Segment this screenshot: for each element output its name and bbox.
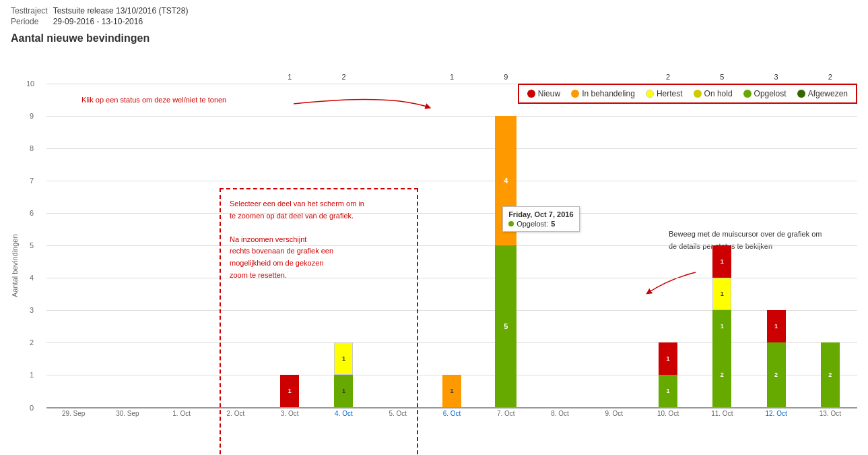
bar-stack-10oct: 1 1 [659, 342, 677, 407]
x-label-29sep: 29. Sep [46, 407, 100, 427]
bar-opgelost2-11oct: 2 [712, 342, 731, 407]
x-label-11oct: 11. Oct [695, 407, 749, 427]
tooltip-item: Opgelost: 5 [508, 220, 573, 228]
bar-9oct [587, 84, 641, 407]
legend-dot-inbehandeling [571, 90, 579, 98]
bar-stack-12oct: 1 2 [767, 310, 786, 407]
x-axis: 29. Sep 30. Sep 1. Oct 2. Oct 3. Oct 4. … [46, 407, 857, 427]
grid-area: 10 9 8 7 6 5 [46, 84, 857, 407]
help-text-zoom: Selecteer een deel van het scherm om in … [230, 198, 364, 281]
page-title: Aantal nieuwe bevindingen [0, 30, 868, 50]
bar-1oct [155, 84, 209, 407]
bar-29sep [46, 84, 100, 407]
legend-afgewezen[interactable]: Afgewezen [797, 89, 848, 98]
legend-dot-opgelost [743, 90, 752, 98]
bar-12oct: 3 1 2 [749, 84, 803, 407]
tooltip-dot [508, 221, 514, 226]
legend-onhold[interactable]: On hold [694, 89, 733, 98]
bar-total-12oct: 3 [749, 73, 803, 81]
legend-inbehandeling[interactable]: In behandeling [571, 89, 635, 98]
x-label-30sep: 30. Sep [100, 407, 154, 427]
chart-inner: 10 9 8 7 6 5 [23, 84, 857, 427]
tooltip-date: Friday, Oct 7, 2016 [508, 210, 573, 218]
bar-stack-11oct: 1 1 1 2 [712, 245, 731, 407]
bar-opgelost-7oct: 5 [495, 245, 516, 407]
legend-box: Nieuw In behandeling Hertest On hold Opg… [518, 84, 857, 104]
legend-hertest[interactable]: Hertest [646, 89, 683, 98]
bar-30sep [100, 84, 154, 407]
bar-opgelost1-11oct: 1 [712, 310, 731, 342]
x-label-7oct: 7. Oct [479, 407, 533, 427]
x-label-8oct: 8. Oct [533, 407, 587, 427]
bars-area: 1 1 2 1 1 [46, 84, 857, 407]
legend-label-afgewezen: Afgewezen [808, 89, 848, 98]
legend-dot-hertest [646, 90, 654, 98]
legend-label-nieuw: Nieuw [538, 89, 560, 98]
value-testtraject: Testsuite release 13/10/2016 (TST28) [53, 5, 194, 16]
x-label-10oct: 10. Oct [641, 407, 695, 427]
header-section: Testtraject Testsuite release 13/10/2016… [0, 0, 868, 50]
bar-total-10oct: 2 [641, 73, 695, 81]
bar-13oct: 2 2 [803, 84, 857, 407]
value-periode: 29-09-2016 - 13-10-2016 [53, 16, 194, 27]
bar-opgelost-13oct: 2 [821, 342, 840, 407]
bar-6oct: 1 1 [425, 84, 479, 407]
bar-hertest-11oct: 1 [712, 278, 731, 310]
legend-label-onhold: On hold [704, 89, 733, 98]
tooltip-label: Opgelost: [516, 220, 548, 228]
bar-total-3oct: 1 [263, 73, 316, 81]
legend-dot-onhold [694, 90, 702, 98]
legend-label-opgelost: Opgelost [754, 89, 787, 98]
legend-opgelost[interactable]: Opgelost [743, 89, 787, 98]
bar-total-13oct: 2 [803, 73, 857, 81]
x-label-1oct: 1. Oct [155, 407, 209, 427]
label-periode: Periode [11, 16, 53, 27]
bar-opgelost-10oct: 1 [659, 375, 677, 407]
legend-nieuw[interactable]: Nieuw [527, 89, 560, 98]
legend-label-hertest: Hertest [657, 89, 683, 98]
tooltip: Friday, Oct 7, 2016 Opgelost: 5 [502, 206, 579, 232]
bar-total-7oct: 9 [479, 73, 533, 81]
x-label-6oct: 6. Oct [425, 407, 479, 427]
bar-new-10oct: 1 [659, 342, 677, 375]
x-label-12oct: 12. Oct [749, 407, 803, 427]
x-label-9oct: 9. Oct [587, 407, 641, 427]
bar-total-11oct: 5 [695, 73, 749, 81]
bar-opgelost-12oct: 2 [767, 342, 786, 407]
bar-8oct [533, 84, 587, 407]
bar-11oct: 5 1 1 1 2 [695, 84, 749, 407]
bar-7oct: 9 4 5 Friday, Oct 7, 2016 [479, 84, 533, 407]
tooltip-value: 5 [551, 220, 555, 228]
bar-total-6oct: 1 [425, 73, 479, 81]
bar-10oct: 2 1 1 [641, 84, 695, 407]
label-testtraject: Testtraject [11, 5, 53, 16]
legend-label-inbehandeling: In behandeling [582, 89, 635, 98]
legend-dot-nieuw [527, 90, 535, 98]
bar-inprogress-6oct: 1 [442, 375, 461, 407]
bar-total-4oct: 2 [316, 73, 370, 81]
legend-dot-afgewezen [797, 90, 805, 98]
bar-stack-7oct: 4 5 [495, 116, 516, 407]
bar-new-11oct: 1 [712, 245, 731, 278]
chart-area: Nieuw In behandeling Hertest On hold Opg… [11, 84, 857, 455]
x-label-13oct: 13. Oct [803, 407, 857, 427]
chart-main: Aantal bevindingen 10 9 8 [11, 84, 857, 427]
bar-new-12oct: 1 [767, 310, 786, 342]
y-axis-label: Aantal bevindingen [11, 84, 23, 427]
